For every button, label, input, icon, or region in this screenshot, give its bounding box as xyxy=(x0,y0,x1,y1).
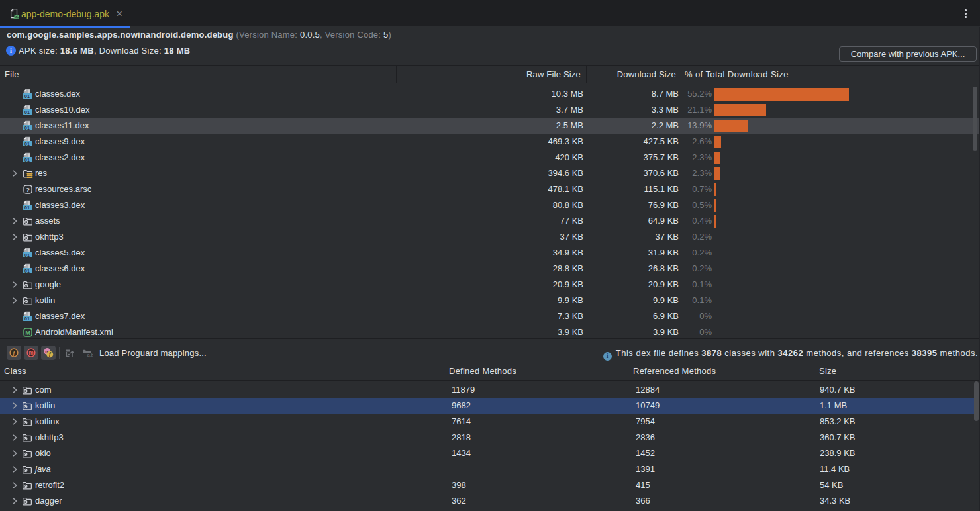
svg-text:M: M xyxy=(25,329,30,336)
svg-text:01: 01 xyxy=(24,316,30,321)
svg-text:01: 01 xyxy=(24,158,30,162)
svg-text:01: 01 xyxy=(24,142,30,146)
svg-text:01: 01 xyxy=(24,205,30,210)
svg-text:a.b: a.b xyxy=(87,353,93,357)
svg-text:01: 01 xyxy=(24,269,30,273)
svg-text:01: 01 xyxy=(24,253,30,257)
svg-text:01: 01 xyxy=(24,126,30,130)
svg-text:?: ? xyxy=(26,186,30,193)
svg-text:m: m xyxy=(28,349,34,356)
svg-text:01: 01 xyxy=(24,110,30,115)
svg-text:01: 01 xyxy=(24,94,30,99)
